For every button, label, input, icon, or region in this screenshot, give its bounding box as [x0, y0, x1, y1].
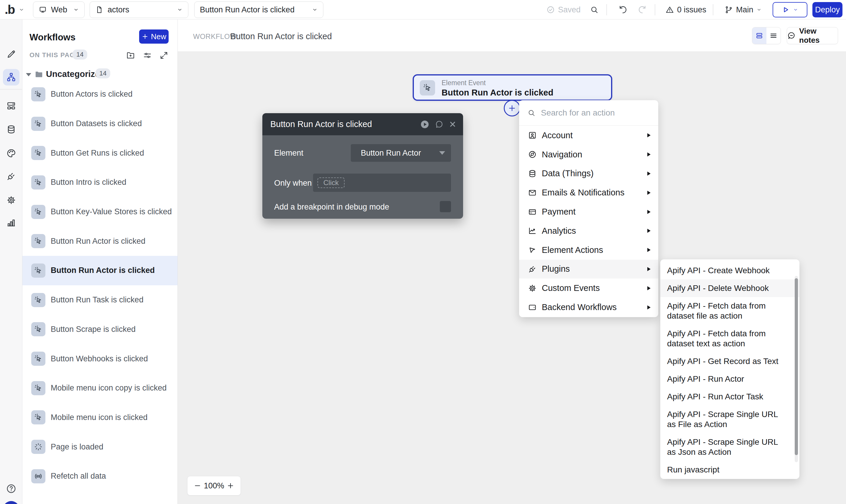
plugin-action-apify-api-scrape-single-url-as-file-as-action[interactable]: Apify API - Scrape Single URL as File as… [660, 406, 799, 433]
data-tab-database-icon[interactable] [6, 124, 16, 134]
element-select[interactable]: Button Run Actor [351, 144, 451, 162]
workflow-list-item[interactable]: Button Scrape is clicked [22, 315, 178, 344]
preview-button[interactable] [773, 2, 807, 17]
workflow-canvas[interactable]: WORKFLOW: Button Run Actor is clicked Vi… [178, 19, 846, 504]
plugin-action-run-javascript[interactable]: Run javascript [660, 461, 799, 479]
on-this-page-label: ON THIS PAGE [30, 51, 79, 59]
action-category-data-things[interactable]: Data (Things) [519, 164, 658, 183]
breakpoint-checkbox[interactable] [440, 201, 451, 212]
comment-icon[interactable] [435, 120, 444, 129]
workflow-list-item[interactable]: Button Run Actor is clicked [22, 226, 178, 256]
bubble-logo: .b [5, 3, 15, 17]
action-category-custom-events[interactable]: Custom Events [519, 278, 658, 298]
workflow-list-item[interactable]: Button Intro is clicked [22, 168, 178, 197]
cursor-click-icon [31, 146, 46, 160]
undo-icon [618, 5, 628, 15]
issues-button[interactable]: 0 issues [665, 0, 706, 19]
workflow-list-item[interactable]: Mobile menu icon is clicked [22, 403, 178, 432]
action-category-navigation[interactable]: Navigation [519, 145, 658, 164]
action-category-analytics[interactable]: Analytics [519, 221, 658, 240]
panel-title: Workflows [30, 32, 75, 43]
avatar[interactable]: I [3, 501, 19, 504]
add-action-button[interactable] [504, 100, 520, 116]
workflow-list-item[interactable]: Button Datasets is clicked [22, 109, 178, 139]
styles-tab-palette-icon[interactable] [6, 148, 16, 158]
app-logo-menu[interactable]: .b [5, 2, 24, 17]
action-category-plugins[interactable]: Plugins [519, 260, 658, 279]
plugin-action-apify-api-run-actor[interactable]: Apify API - Run Actor [660, 370, 799, 388]
action-category-element-actions[interactable]: Element Actions [519, 240, 658, 260]
page-dropdown[interactable]: actors [90, 1, 188, 18]
workflow-list-item[interactable]: Button Actors is clicked [22, 79, 178, 109]
zoom-out-icon[interactable] [194, 482, 201, 489]
chart-line-icon [528, 226, 537, 235]
plugin-action-apify-api-scrape-single-url-as-json-as-action[interactable]: Apify API - Scrape Single URL as Json as… [660, 433, 799, 461]
plugin-action-apify-api-fetch-data-from-dataset-file-as-action[interactable]: Apify API - Fetch data from dataset file… [660, 297, 799, 325]
plugin-action-apify-api-create-webhook[interactable]: Apify API - Create Webhook [660, 262, 799, 280]
undo-button[interactable] [618, 0, 628, 19]
redo-button[interactable] [637, 0, 647, 19]
zoom-control: 100% [187, 476, 241, 496]
search-button[interactable] [590, 0, 599, 19]
plugin-action-apify-api-run-actor-task[interactable]: Apify API - Run Actor Task [660, 388, 799, 406]
elements-tab-icon[interactable] [6, 101, 16, 111]
page-count-badge: 14 [73, 50, 87, 59]
deploy-button[interactable]: Deploy [812, 2, 843, 17]
close-icon[interactable] [449, 120, 456, 128]
workflow-list-item[interactable]: Page is loaded [22, 432, 178, 462]
action-category-payment[interactable]: Payment [519, 202, 658, 221]
action-category-backend-workflows[interactable]: Backend Workflows [519, 298, 658, 317]
cursor-click-icon [31, 175, 46, 190]
settings-tab-gear-icon[interactable] [6, 195, 16, 205]
divider [606, 4, 607, 15]
plugin-action-apify-api-get-record-as-text[interactable]: Apify API - Get Record as Text [660, 353, 799, 370]
submenu-arrow-icon [647, 210, 651, 214]
cursor-click-icon [31, 352, 46, 366]
run-icon[interactable] [420, 119, 430, 129]
only-when-input[interactable]: Click [313, 174, 451, 192]
canvas-header: WORKFLOW: Button Run Actor is clicked Vi… [178, 19, 846, 51]
workflow-list-item[interactable]: Refetch all data [22, 462, 178, 491]
workflow-list-item[interactable]: Mobile menu icon copy is clicked [22, 374, 178, 403]
click-condition-chip[interactable]: Click [318, 177, 345, 188]
folder-count-badge: 14 [95, 68, 110, 78]
branch-dropdown[interactable]: Main [724, 0, 762, 19]
workflow-list-item[interactable]: Button Webhooks is clicked [22, 344, 178, 374]
action-category-account[interactable]: Account [519, 126, 658, 145]
help-icon[interactable] [5, 483, 17, 494]
plugins-tab-plug-icon[interactable] [6, 171, 16, 181]
workflow-tab-active[interactable] [3, 69, 19, 86]
workflow-list-item[interactable]: Button Get Runs is clicked [22, 138, 178, 168]
platform-dropdown[interactable]: Web [33, 1, 85, 18]
only-when-label: Only when [274, 179, 312, 188]
element-label: Element [274, 148, 303, 158]
submenu-arrow-icon [647, 172, 651, 176]
workflow-list-item[interactable]: Button Run Task is clicked [22, 285, 178, 315]
filter-sliders-icon[interactable] [143, 51, 152, 60]
list-view-button[interactable] [767, 28, 780, 44]
plugin-action-apify-api-fetch-data-from-dataset-text-as-action[interactable]: Apify API - Fetch data from dataset text… [660, 325, 799, 353]
dialog-header[interactable]: Button Run Actor is clicked [262, 113, 463, 135]
workflow-list-item[interactable]: Button Run Actor is clicked [22, 256, 178, 285]
spinner-icon [31, 440, 46, 454]
expand-icon[interactable] [159, 51, 168, 60]
zoom-in-icon[interactable] [227, 482, 234, 489]
new-workflow-button[interactable]: New [139, 30, 168, 43]
add-folder-icon[interactable] [126, 51, 135, 60]
chevron-down-icon [19, 7, 24, 13]
action-search-input[interactable] [541, 108, 638, 118]
credit-card-icon [528, 208, 537, 216]
workflow-list-item[interactable]: Button Key-Value Stores is clicked [22, 197, 178, 227]
element-event-node[interactable]: Element Event Button Run Actor is clicke… [413, 74, 612, 101]
card-view-button[interactable] [752, 28, 767, 44]
plugin-action-list: Apify API - Create WebhookApify API - De… [660, 262, 799, 479]
plugin-action-apify-api-delete-webhook[interactable]: Apify API - Delete Webhook [660, 280, 799, 297]
design-tab-pencil-icon[interactable] [6, 49, 16, 59]
workflow-dropdown[interactable]: Button Run Actor is clicked [194, 1, 323, 18]
chevron-down-icon [756, 7, 762, 12]
top-bar: .b Web actors Button Run Actor is clicke… [0, 0, 846, 19]
logs-tab-chart-icon[interactable] [6, 218, 16, 228]
scrollbar-thumb[interactable] [795, 278, 798, 455]
view-notes-button[interactable]: View notes [787, 27, 838, 44]
action-category-emails-notifications[interactable]: Emails & Notifications [519, 183, 658, 202]
